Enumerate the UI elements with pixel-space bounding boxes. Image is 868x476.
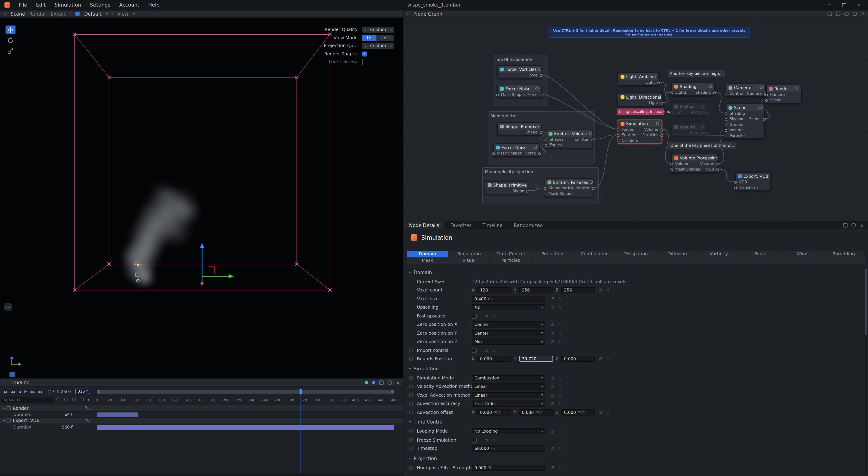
range-handle-left[interactable] xyxy=(97,389,100,393)
output-port[interactable] xyxy=(716,168,719,171)
input-port[interactable] xyxy=(671,162,673,165)
node-header[interactable]: Scene xyxy=(726,104,764,111)
stepper-next-icon[interactable]: › xyxy=(390,43,392,48)
simulation-mode-dropdown[interactable]: Combustion xyxy=(472,375,545,381)
chevron-down-icon[interactable]: ▾ xyxy=(53,389,55,394)
velocity-advection-dropdown[interactable]: Linear xyxy=(472,384,545,390)
go-to-start-button[interactable]: ▮◀ xyxy=(3,389,6,393)
output-port[interactable] xyxy=(540,74,542,77)
node-header[interactable]: Simulation xyxy=(618,120,661,127)
reset-icon[interactable]: ↺ xyxy=(550,331,554,335)
node-shading[interactable]: ShadingLightsShading xyxy=(672,83,715,96)
favorite-icon[interactable]: ☆ xyxy=(558,429,562,434)
menu-edit[interactable]: Edit xyxy=(36,2,46,8)
node-header[interactable]: Light: Directional xyxy=(618,94,661,100)
timeline-range-bar[interactable] xyxy=(97,389,394,393)
tab-randomized[interactable]: Randomized xyxy=(508,221,548,229)
tab-favorites[interactable]: Favorites xyxy=(445,221,477,229)
looping-mode-dropdown[interactable]: No Looping xyxy=(472,428,545,435)
output-port[interactable] xyxy=(705,131,708,134)
node-header[interactable]: Render× xyxy=(767,85,801,92)
section-simulation[interactable]: ▾ Simulation xyxy=(404,363,863,374)
reset-icon[interactable]: ↺ xyxy=(484,348,488,353)
view-mode-lit[interactable]: Lit xyxy=(362,35,377,41)
favorite-icon[interactable]: ☆ xyxy=(558,297,562,301)
node-emitter-volume[interactable]: Emitter: VolumeShapesEmitterForces xyxy=(546,129,592,148)
panel-close-icon[interactable]: × xyxy=(860,223,864,228)
drag-handle-icon[interactable]: ⠿ xyxy=(3,11,6,16)
node-power-icon[interactable] xyxy=(758,106,762,109)
maximize-button[interactable]: □ xyxy=(837,0,851,10)
input-port[interactable] xyxy=(671,168,673,171)
export-duration-bar[interactable] xyxy=(97,425,394,429)
node-header[interactable]: Light: Ambient xyxy=(618,73,658,80)
tab-dissipation[interactable]: Dissipation xyxy=(615,251,657,257)
reset-icon[interactable]: ↺ xyxy=(598,288,602,293)
reset-icon[interactable]: ↺ xyxy=(484,438,488,442)
animation-curve-icon[interactable] xyxy=(85,406,90,410)
reset-icon[interactable]: ↺ xyxy=(550,393,554,397)
zoom-in-icon[interactable] xyxy=(836,11,841,16)
play-button[interactable]: ▶ xyxy=(24,389,27,394)
zero-position-z-dropdown[interactable]: Min xyxy=(472,339,545,345)
favorite-icon[interactable]: ☆ xyxy=(558,393,562,397)
axis-orientation-gizmo[interactable] xyxy=(6,355,23,371)
stepper-prev-icon[interactable]: ‹ xyxy=(364,27,366,32)
node-power-icon[interactable] xyxy=(701,125,704,128)
animate-toggle[interactable] xyxy=(409,466,413,470)
animate-toggle[interactable] xyxy=(409,402,413,406)
viewport-nav-widget[interactable] xyxy=(4,303,12,311)
favorite-icon[interactable]: ☆ xyxy=(558,339,562,344)
node-power-icon[interactable] xyxy=(760,86,763,89)
node-header[interactable]: Emitter: Particles xyxy=(545,179,593,185)
point-light-gizmo[interactable] xyxy=(134,261,142,268)
input-port[interactable] xyxy=(725,92,727,95)
input-port[interactable] xyxy=(725,134,727,137)
node-header[interactable]: Emitter: Volume xyxy=(547,130,592,137)
reset-icon[interactable]: ↺ xyxy=(550,429,554,434)
menu-simulation[interactable]: Simulation xyxy=(55,2,81,8)
advection-offset-z-input[interactable]: 0.000m/s xyxy=(561,409,595,415)
node-power-icon[interactable] xyxy=(656,122,659,125)
timeline-record-icon[interactable] xyxy=(372,381,376,384)
node-power-icon[interactable] xyxy=(540,125,541,128)
close-button[interactable]: × xyxy=(851,0,866,10)
filter-dropdown-icon[interactable]: ▾ xyxy=(88,397,90,402)
filter-star-icon[interactable] xyxy=(80,397,84,401)
track-row-export-vdb[interactable]: ▾ Export: VDB xyxy=(0,418,403,424)
bounds-z-input[interactable]: 0.000 xyxy=(561,356,595,362)
voxel-count-z-input[interactable]: 256 xyxy=(561,287,595,293)
drag-handle-icon[interactable]: ⠿ xyxy=(407,11,410,16)
node-header[interactable]: Shape: Primitive xyxy=(498,123,541,129)
input-port[interactable] xyxy=(544,192,546,195)
step-forward-button[interactable]: ▶▶ xyxy=(31,389,35,393)
upscaling-dropdown[interactable]: X2 xyxy=(472,304,545,310)
node-shape-primitive-main[interactable]: Shape: PrimitiveShape xyxy=(497,122,541,136)
translate-gizmo[interactable] xyxy=(195,242,239,289)
rotate-tool-button[interactable] xyxy=(5,36,16,44)
node-light-ambient[interactable]: Light: AmbientLight xyxy=(618,72,659,86)
zoom-out-icon[interactable] xyxy=(828,11,832,16)
reset-icon[interactable]: ↺ xyxy=(598,410,602,415)
voxel-count-y-input[interactable]: 256 xyxy=(519,287,553,293)
close-icon[interactable]: × xyxy=(861,11,865,16)
node-ground[interactable]: GroundGround xyxy=(672,123,707,136)
node-export-vdb[interactable]: Export: VDBVDBTransform xyxy=(735,172,771,191)
node-simulation[interactable]: SimulationForcesVolumeEmittersParticlesC… xyxy=(618,120,662,144)
step-back-button[interactable]: ◀ xyxy=(18,389,20,393)
tab-simulation[interactable]: Simulation xyxy=(448,251,490,257)
node-power-icon[interactable] xyxy=(535,87,539,90)
node-power-icon[interactable] xyxy=(589,132,592,135)
current-frame-input[interactable]: 315 f xyxy=(75,389,90,394)
pin-icon[interactable] xyxy=(852,11,857,16)
node-header[interactable]: Force: Vorticles xyxy=(498,66,541,72)
menu-account[interactable]: Account xyxy=(119,2,139,8)
timeline-pin-icon[interactable] xyxy=(388,380,392,385)
animate-toggle[interactable] xyxy=(409,447,413,450)
input-port[interactable] xyxy=(617,139,620,142)
output-port[interactable] xyxy=(592,187,594,189)
3d-viewport[interactable]: Render Quality ‹ Custom › View Mode Lit … xyxy=(0,18,403,378)
animate-toggle[interactable] xyxy=(409,376,413,380)
reset-icon[interactable]: ↺ xyxy=(550,376,554,380)
time-display[interactable]: 5.250 s xyxy=(57,389,72,394)
